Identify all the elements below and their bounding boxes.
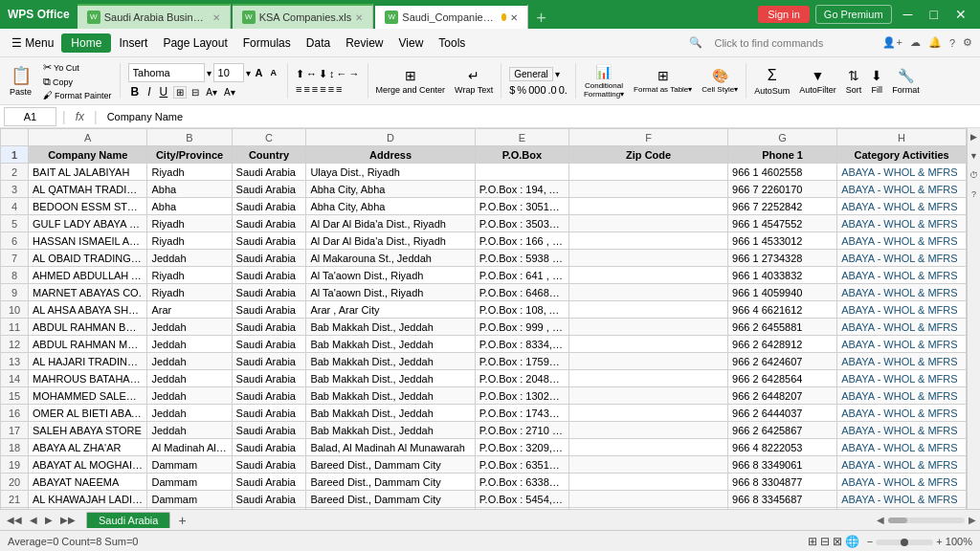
- cell-H22[interactable]: ABAYA - WHOL & MFRS: [837, 508, 967, 510]
- cell-G2[interactable]: 966 1 4602558: [728, 164, 837, 181]
- cell-B7[interactable]: Jeddah: [147, 250, 232, 267]
- cell-A17[interactable]: SALEH ABAYA STORE: [29, 422, 147, 439]
- cell-A13[interactable]: AL HAJARI TRADING EST.: [29, 353, 147, 370]
- cell-C6[interactable]: Saudi Arabia: [232, 232, 306, 250]
- currency-button[interactable]: $: [509, 84, 515, 96]
- zoom-level[interactable]: − + 100%: [867, 536, 972, 547]
- align-right-button[interactable]: ≡: [312, 83, 318, 95]
- cell-A9[interactable]: MARNET ABAYAS CO.: [29, 284, 147, 301]
- cell-C22[interactable]: Saudi Arabia: [232, 508, 306, 510]
- menu-item-home[interactable]: Home: [61, 33, 111, 53]
- cell-G12[interactable]: 966 2 6428912: [728, 336, 837, 353]
- cell-A2[interactable]: BAIT AL JALABIYAH: [29, 164, 147, 181]
- italic-button[interactable]: I: [145, 85, 153, 99]
- cell-C14[interactable]: Saudi Arabia: [232, 370, 306, 387]
- align-top-button[interactable]: ⬆: [296, 68, 304, 80]
- cell-F9[interactable]: [569, 284, 728, 301]
- cell-F4[interactable]: [569, 198, 728, 215]
- cell-E14[interactable]: P.O.Box : 20483, Jeddah: [475, 370, 569, 387]
- cell-F6[interactable]: [569, 232, 728, 250]
- cell-D7[interactable]: Al Makarouna St., Jeddah: [306, 250, 475, 267]
- cell-H4[interactable]: ABAYA - WHOL & MFRS: [837, 198, 967, 215]
- cell-A6[interactable]: HASSAN ISMAEIL ABAYA PL: [29, 232, 147, 250]
- tab-close-3[interactable]: ✕: [510, 12, 518, 23]
- cell-G13[interactable]: 966 2 6424607: [728, 353, 837, 370]
- header-cell-B1[interactable]: City/Province: [147, 146, 232, 164]
- table-row[interactable]: 9MARNET ABAYAS CO.RiyadhSaudi ArabiaAl T…: [1, 284, 967, 301]
- cell-reference-input[interactable]: [4, 107, 56, 126]
- cell-H14[interactable]: ABAYA - WHOL & MFRS: [837, 370, 967, 387]
- cell-C10[interactable]: Saudi Arabia: [232, 301, 306, 319]
- cell-F19[interactable]: [569, 456, 728, 474]
- sheet-nav-next[interactable]: ▶: [42, 513, 56, 527]
- cell-C12[interactable]: Saudi Arabia: [232, 336, 306, 353]
- cell-A11[interactable]: ABDUL RAHMAN BAQAIS ES: [29, 319, 147, 336]
- menu-item-review[interactable]: Review: [338, 33, 390, 54]
- number-format-dropdown[interactable]: General: [509, 67, 553, 81]
- zoom-out-button[interactable]: −: [867, 536, 873, 547]
- cell-B8[interactable]: Riyadh: [147, 267, 232, 284]
- zoom-slider-thumb[interactable]: [901, 539, 908, 546]
- menu-item-menu[interactable]: ☰ Menu: [4, 33, 61, 54]
- cell-H12[interactable]: ABAYA - WHOL & MFRS: [837, 336, 967, 353]
- right-panel-icon1[interactable]: ▶: [970, 132, 977, 142]
- font-family-dropdown[interactable]: ▾: [207, 68, 212, 78]
- cell-A16[interactable]: OMER AL BIETI ABAYA SHV.: [29, 405, 147, 422]
- view-web-button[interactable]: 🌐: [845, 535, 859, 548]
- align-middle-button[interactable]: ↔: [306, 68, 317, 79]
- cell-B17[interactable]: Jeddah: [147, 422, 232, 439]
- cell-F22[interactable]: [569, 508, 728, 510]
- wrap-text-button[interactable]: ↵ Wrap Text: [451, 59, 497, 102]
- cell-B4[interactable]: Abha: [147, 198, 232, 215]
- sheet-scroll-area[interactable]: A B C D E F G H 1 Company Name: [0, 128, 967, 509]
- cell-F21[interactable]: [569, 491, 728, 508]
- table-row[interactable]: 3AL QATMAH TRADING EST.AbhaSaudi ArabiaA…: [1, 181, 967, 198]
- cell-D17[interactable]: Bab Makkah Dist., Jeddah: [306, 422, 475, 439]
- table-row[interactable]: 14MAHROUS BATAHAF TRADIJeddahSaudi Arabi…: [1, 370, 967, 387]
- cell-C5[interactable]: Saudi Arabia: [232, 215, 306, 232]
- cell-H13[interactable]: ABAYA - WHOL & MFRS: [837, 353, 967, 370]
- table-row[interactable]: 16OMER AL BIETI ABAYA SHV.JeddahSaudi Ar…: [1, 405, 967, 422]
- formula-input[interactable]: [103, 111, 976, 122]
- table-row[interactable]: 10AL AHSA ABAYA SHOWROOArarSaudi ArabiaA…: [1, 301, 967, 319]
- align-extra1[interactable]: ≡: [328, 83, 334, 95]
- cell-H10[interactable]: ABAYA - WHOL & MFRS: [837, 301, 967, 319]
- cell-E11[interactable]: P.O.Box : 999 , Postal Code: 21421: [475, 319, 569, 336]
- cell-G17[interactable]: 966 2 6425867: [728, 422, 837, 439]
- header-cell-A1[interactable]: Company Name: [29, 146, 147, 164]
- col-header-E[interactable]: E: [475, 129, 569, 146]
- cell-H8[interactable]: ABAYA - WHOL & MFRS: [837, 267, 967, 284]
- cell-E2[interactable]: [475, 164, 569, 181]
- cell-G19[interactable]: 966 8 3349061: [728, 456, 837, 474]
- cell-F18[interactable]: [569, 439, 728, 456]
- sheet-nav-first[interactable]: ◀◀: [4, 513, 25, 527]
- col-header-H[interactable]: H: [837, 129, 967, 146]
- cell-H18[interactable]: ABAYA - WHOL & MFRS: [837, 439, 967, 456]
- cell-D2[interactable]: Ulaya Dist., Riyadh: [306, 164, 475, 181]
- table-row[interactable]: 18ABAYA AL ZHA'ARAl Madinah Al MSaudi Ar…: [1, 439, 967, 456]
- cell-F5[interactable]: [569, 215, 728, 232]
- cell-E4[interactable]: P.O.Box : 30510, Postal Code: 11361: [475, 198, 569, 215]
- cell-C4[interactable]: Saudi Arabia: [232, 198, 306, 215]
- cell-F10[interactable]: [569, 301, 728, 319]
- table-row[interactable]: 21AL KHAWAJAH LADIES ABADammamSaudi Arab…: [1, 491, 967, 508]
- cell-A14[interactable]: MAHROUS BATAHAF TRADI: [29, 370, 147, 387]
- cell-H6[interactable]: ABAYA - WHOL & MFRS: [837, 232, 967, 250]
- justify-button[interactable]: ≡: [320, 83, 325, 95]
- cell-E7[interactable]: P.O.Box : 5938 , Postal Code: 11432: [475, 250, 569, 267]
- format-as-table-button[interactable]: ⊞ Format as Table▾: [630, 59, 696, 102]
- horizontal-scrollbar-thumb[interactable]: [888, 518, 907, 523]
- add-sheet-button[interactable]: +: [170, 511, 193, 530]
- view-layout-button[interactable]: ⊟: [820, 535, 830, 548]
- header-cell-H1[interactable]: Category Activities: [837, 146, 967, 164]
- copy-button[interactable]: ⧉: [43, 76, 51, 88]
- cell-D6[interactable]: Al Dar Al Bida'a Dist., Riyadh: [306, 232, 475, 250]
- header-cell-D1[interactable]: Address: [306, 146, 475, 164]
- cell-A18[interactable]: ABAYA AL ZHA'AR: [29, 439, 147, 456]
- cell-D15[interactable]: Bab Makkah Dist., Jeddah: [306, 387, 475, 405]
- cell-H3[interactable]: ABAYA - WHOL & MFRS: [837, 181, 967, 198]
- border-button[interactable]: ⊞: [173, 86, 187, 99]
- cell-A10[interactable]: AL AHSA ABAYA SHOWROO: [29, 301, 147, 319]
- scroll-right-button[interactable]: ▶: [969, 515, 976, 525]
- close-button[interactable]: ✕: [949, 7, 972, 22]
